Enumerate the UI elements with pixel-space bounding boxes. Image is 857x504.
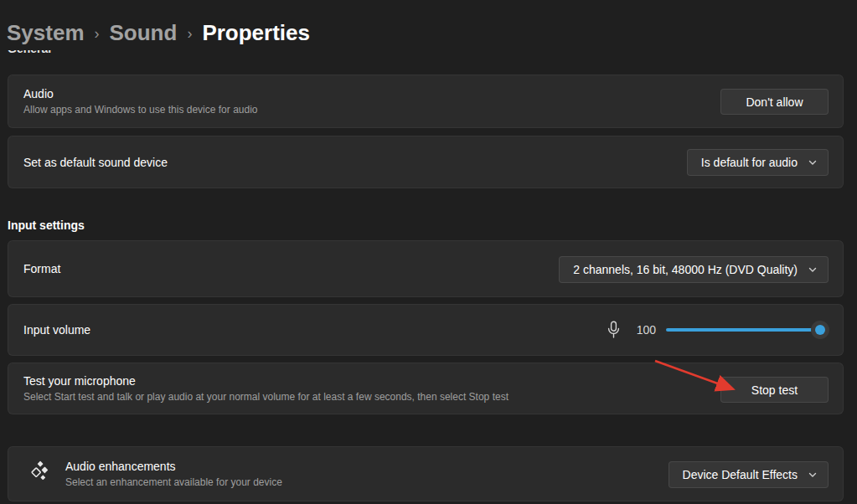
format-dropdown[interactable]: 2 channels, 16 bit, 48000 Hz (DVD Qualit… bbox=[559, 256, 829, 283]
chevron-down-icon bbox=[808, 470, 818, 480]
default-device-dropdown-value: Is default for audio bbox=[701, 156, 798, 169]
chevron-down-icon bbox=[808, 157, 818, 167]
audio-card-text: Audio Allow apps and Windows to use this… bbox=[23, 87, 258, 116]
chevron-down-icon bbox=[808, 265, 818, 275]
slider-thumb[interactable] bbox=[811, 321, 829, 339]
input-volume-slider[interactable] bbox=[666, 321, 828, 339]
audio-enhancements-card: Audio enhancements Select an enhancement… bbox=[8, 446, 844, 501]
breadcrumb-separator-icon: › bbox=[187, 23, 192, 43]
microphone-icon bbox=[607, 321, 621, 340]
input-settings-header: Input settings bbox=[8, 219, 85, 232]
sparkles-icon bbox=[30, 460, 50, 487]
audio-enhancements-dropdown-value: Device Default Effects bbox=[683, 468, 798, 481]
input-volume-title: Input volume bbox=[23, 323, 90, 337]
clipped-general-label: General bbox=[8, 50, 51, 59]
audio-enhancements-dropdown[interactable]: Device Default Effects bbox=[669, 461, 829, 488]
sound-properties-page: System › Sound › Properties General Audi… bbox=[0, 0, 857, 504]
audio-enhancements-text: Audio enhancements Select an enhancement… bbox=[65, 460, 282, 488]
audio-enhancements-title: Audio enhancements bbox=[65, 460, 282, 473]
audio-enhancements-subtitle: Select an enhancement available for your… bbox=[65, 476, 282, 488]
stop-test-button[interactable]: Stop test bbox=[720, 377, 829, 403]
test-microphone-title: Test your microphone bbox=[23, 374, 509, 388]
default-device-title: Set as default sound device bbox=[23, 156, 168, 169]
breadcrumb-properties: Properties bbox=[202, 20, 310, 46]
breadcrumb: System › Sound › Properties bbox=[7, 20, 310, 46]
dont-allow-button[interactable]: Don't allow bbox=[720, 89, 829, 115]
slider-thumb-dot bbox=[815, 325, 825, 335]
input-volume-controls: 100 bbox=[607, 305, 828, 355]
test-microphone-card: Test your microphone Select Start test a… bbox=[8, 363, 844, 414]
input-volume-card: Input volume 100 bbox=[8, 304, 844, 356]
format-card: Format 2 channels, 16 bit, 48000 Hz (DVD… bbox=[8, 240, 844, 297]
audio-title: Audio bbox=[23, 87, 258, 100]
breadcrumb-system[interactable]: System bbox=[7, 20, 85, 46]
audio-subtitle: Allow apps and Windows to use this devic… bbox=[23, 104, 258, 116]
input-volume-value: 100 bbox=[634, 323, 656, 337]
test-microphone-text: Test your microphone Select Start test a… bbox=[23, 374, 509, 403]
audio-card: Audio Allow apps and Windows to use this… bbox=[8, 75, 844, 128]
breadcrumb-separator-icon: › bbox=[95, 23, 100, 43]
default-device-dropdown[interactable]: Is default for audio bbox=[687, 149, 829, 176]
test-microphone-subtitle: Select Start test and talk or play audio… bbox=[23, 391, 509, 403]
format-dropdown-value: 2 channels, 16 bit, 48000 Hz (DVD Qualit… bbox=[573, 263, 798, 276]
slider-track[interactable] bbox=[666, 328, 828, 332]
format-title: Format bbox=[23, 262, 60, 275]
breadcrumb-sound[interactable]: Sound bbox=[110, 20, 178, 46]
default-device-card: Set as default sound device Is default f… bbox=[8, 136, 844, 188]
